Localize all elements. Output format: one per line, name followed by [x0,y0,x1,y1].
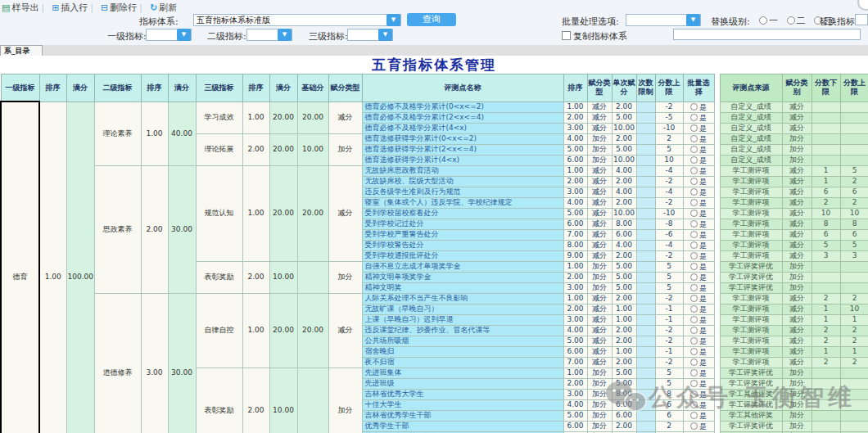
batch-select-cell[interactable]: 是 [683,421,714,431]
eval-point-name-cell[interactable]: 无故缺席校、院级大型活动 [362,176,563,187]
batch-select-cell[interactable]: 是 [683,144,714,155]
batch-radio-icon[interactable] [690,103,698,111]
batch-select-cell[interactable]: 是 [683,123,714,133]
level2-filter-select[interactable]: ▼ [246,29,292,41]
eval-point-name-cell[interactable]: 吉林省优秀学生干部 [362,410,563,421]
eval-point-name-cell[interactable]: 受到学校通报批评处分 [362,250,563,261]
batch-select-cell[interactable]: 是 [683,336,714,346]
batch-radio-icon[interactable] [690,390,698,398]
batch-select-cell[interactable]: 是 [683,304,714,314]
batch-select-cell[interactable]: 是 [683,112,714,123]
batch-select-cell[interactable]: 是 [683,219,714,229]
batch-select-cell[interactable]: 是 [683,314,714,325]
eval-point-name-cell[interactable]: 公共场所吸烟 [362,336,563,346]
chevron-down-icon[interactable]: ▼ [177,29,191,41]
refresh-button[interactable]: 刷新 [159,2,177,14]
batch-radio-icon[interactable] [690,231,698,238]
batch-select-cell[interactable]: 是 [683,389,714,399]
replace-indicator-input[interactable] [673,29,861,40]
batch-select-cell[interactable]: 是 [683,399,714,410]
batch-radio-icon[interactable] [690,305,698,313]
batch-radio-icon[interactable] [690,380,698,387]
batch-radio-icon[interactable] [690,263,698,270]
batch-radio-icon[interactable] [690,241,698,249]
eval-point-name-cell[interactable]: 优秀学生干部 [362,421,563,431]
eval-point-name-cell[interactable]: 吉林省优秀大学生 [362,389,563,399]
eval-point-name-cell[interactable]: 受到学校警告处分 [362,240,563,250]
delete-row-button[interactable]: 删除行 [110,2,137,14]
batch-option-select[interactable]: ▼ [626,14,701,26]
eval-point-name-cell[interactable]: 德育必修不及格学分累计(0<x<=2) [362,101,563,112]
eval-point-name-cell[interactable]: 精神文明奖 [362,282,563,293]
eval-point-name-cell[interactable]: 宿舍晚归 [362,346,563,357]
batch-select-cell[interactable]: 是 [683,261,714,272]
batch-radio-icon[interactable] [690,401,698,408]
batch-radio-icon[interactable] [690,412,698,419]
eval-point-name-cell[interactable]: 寝室（集体或个人）违反学院、学校纪律规定 [362,197,563,208]
eval-point-name-cell[interactable]: 自强不息立志成才单项奖学金 [362,261,563,272]
insert-row-button[interactable]: 插入行 [61,2,88,14]
batch-radio-icon[interactable] [690,369,698,377]
eval-point-name-cell[interactable]: 受到学校记过处分 [362,219,563,229]
tab-catalog[interactable]: 系_目录 [0,45,43,56]
level1-filter-select[interactable]: ▼ [146,29,192,41]
batch-radio-icon[interactable] [690,252,698,259]
batch-select-cell[interactable]: 是 [683,410,714,421]
replace-indicator-input-edge[interactable] [855,14,868,25]
eval-point-name-cell[interactable]: 无故缺席思政教育活动 [362,165,563,176]
batch-radio-icon[interactable] [690,178,698,185]
batch-radio-icon[interactable] [690,348,698,355]
chevron-down-icon[interactable]: ▼ [278,29,292,41]
checkbox-icon[interactable] [562,31,571,40]
batch-radio-icon[interactable] [690,210,698,217]
eval-point-name-cell[interactable]: 受到学校严重警告处分 [362,229,563,240]
batch-radio-icon[interactable] [690,327,698,334]
batch-select-cell[interactable]: 是 [683,165,714,176]
batch-select-cell[interactable]: 是 [683,325,714,336]
batch-radio-icon[interactable] [690,359,698,366]
batch-select-cell[interactable]: 是 [683,250,714,261]
batch-radio-icon[interactable] [690,316,698,323]
export-button[interactable]: 样导出 [11,2,38,14]
batch-select-cell[interactable]: 是 [683,187,714,197]
batch-select-cell[interactable]: 是 [683,378,714,389]
radio-icon[interactable] [787,16,795,25]
batch-select-cell[interactable]: 是 [683,293,714,304]
eval-point-name-cell[interactable]: 上课（早晚自习）迟到早退 [362,314,563,325]
batch-select-cell[interactable]: 是 [683,272,714,282]
chevron-down-icon[interactable]: ▼ [378,29,392,41]
radio-icon[interactable] [759,16,767,25]
eval-point-name-cell[interactable]: 先进班级 [362,378,563,389]
eval-point-name-cell[interactable]: 受到学校留校察看处分 [362,208,563,219]
batch-radio-icon[interactable] [690,220,698,228]
batch-radio-icon[interactable] [690,146,698,153]
copy-system-checkbox[interactable]: 复制指标体系 [562,30,627,43]
eval-point-name-cell[interactable]: 德育必修不及格学分累计(4<x) [362,123,563,133]
eval-point-name-cell[interactable]: 精神文明单项奖学金 [362,272,563,282]
query-button[interactable]: 查询 [407,13,456,26]
batch-select-cell[interactable]: 是 [683,155,714,165]
batch-radio-icon[interactable] [690,124,698,132]
batch-select-cell[interactable]: 是 [683,346,714,357]
replace-level-option-2[interactable]: 二 [787,16,806,26]
batch-select-cell[interactable]: 是 [683,282,714,293]
eval-point-name-cell[interactable]: 违反课堂纪律、抄袭作业、冒名代课等 [362,325,563,336]
level3-filter-select[interactable]: ▼ [347,29,393,41]
eval-point-name-cell[interactable]: 德育必修不及格学分累计(2<x<=4) [362,112,563,123]
batch-radio-icon[interactable] [690,295,698,302]
batch-select-cell[interactable]: 是 [683,197,714,208]
batch-select-cell[interactable]: 是 [683,133,714,144]
batch-radio-icon[interactable] [690,114,698,121]
chevron-down-icon[interactable]: ▼ [387,14,400,26]
batch-select-cell[interactable]: 是 [683,101,714,112]
batch-radio-icon[interactable] [690,167,698,174]
eval-point-name-cell[interactable]: 德育选修获得学分累计(0<x<=2) [362,133,563,144]
batch-select-cell[interactable]: 是 [683,357,714,368]
eval-point-name-cell[interactable]: 无故旷课（早晚自习） [362,304,563,314]
batch-select-cell[interactable]: 是 [683,368,714,378]
batch-select-cell[interactable]: 是 [683,240,714,250]
indicator-system-select[interactable]: 五育指标体系标准版 ▼ [193,14,401,26]
batch-select-cell[interactable]: 是 [683,176,714,187]
batch-radio-icon[interactable] [690,199,698,206]
eval-point-name-cell[interactable]: 违反各级学生准则及行为规范 [362,187,563,197]
